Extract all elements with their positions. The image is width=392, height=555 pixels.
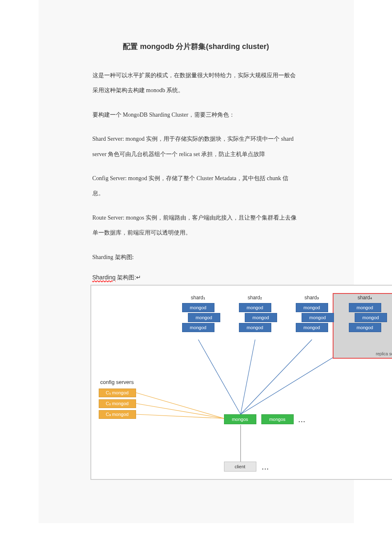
- shard-column-2: shard₂ mongod mongod mongod: [230, 295, 280, 333]
- shard-label: shard₄: [340, 295, 390, 301]
- svg-line-0: [198, 340, 241, 414]
- mongos-box: mongos: [224, 414, 256, 424]
- config-server-box: C₃ mongod: [99, 410, 136, 419]
- mongod-box: mongod: [349, 323, 381, 332]
- client-box: client: [224, 462, 256, 472]
- svg-line-1: [241, 340, 255, 414]
- config-servers-title: config servers: [100, 379, 134, 385]
- ellipsis-icon: ...: [299, 417, 306, 423]
- shard-column-1: shard₁ mongod mongod mongod: [173, 295, 223, 333]
- mongod-box: mongod: [245, 313, 277, 322]
- document-page: 配置 mongodb 分片群集(sharding cluster) 这是一种可以…: [39, 0, 354, 523]
- mongod-box: mongod: [296, 323, 328, 332]
- spellcheck-underline: Sharding: [93, 274, 116, 281]
- shard-label: shard₁: [173, 295, 223, 301]
- mongod-box: mongod: [188, 313, 220, 322]
- paragraph-shard-server: Shard Server: mongod 实例，用于存储实际的数据块，实际生产环…: [93, 132, 300, 162]
- shard-label: shard₃: [287, 295, 337, 301]
- mongod-box: mongod: [302, 313, 334, 322]
- mongod-box: mongod: [182, 323, 214, 332]
- svg-line-5: [136, 403, 224, 418]
- shard-column-3: shard₃ mongod mongod mongod: [287, 295, 337, 333]
- paragraph-diagram-label: Sharding 架构图:: [93, 250, 300, 265]
- paragraph-roles-intro: 要构建一个 MongoDB Sharding Cluster，需要三种角色：: [93, 108, 300, 122]
- ellipsis-icon: ...: [262, 464, 270, 471]
- paragraph-config-server: Config Server: mongod 实例，存储了整个 Cluster M…: [93, 171, 300, 201]
- mongod-box: mongod: [239, 323, 271, 332]
- architecture-diagram: replica set shard₁ mongod mongod mongod …: [90, 285, 392, 480]
- paragraph-route-server: Route Server: mongos 实例，前端路由，客户端由此接入，且让整…: [93, 210, 300, 241]
- paragraph-intro: 这是一种可以水平扩展的模式，在数据量很大时特给力，实际大规模应用一般会采用这种架…: [93, 68, 300, 98]
- replica-set-label: replica set: [376, 352, 392, 356]
- mongod-box: mongod: [355, 313, 387, 322]
- svg-line-2: [241, 340, 312, 414]
- config-server-box: C₁ mongod: [99, 389, 136, 397]
- mongod-box: mongod: [349, 303, 381, 312]
- diagram-caption: Sharding 架构图:↵: [93, 274, 300, 281]
- caption-rest: 架构图:↵: [117, 274, 141, 281]
- mongod-box: mongod: [239, 303, 271, 312]
- mongos-box: mongos: [261, 414, 294, 424]
- svg-line-6: [136, 414, 224, 418]
- shard-label: shard₂: [230, 295, 280, 301]
- mongod-box: mongod: [296, 303, 328, 312]
- svg-line-4: [136, 393, 224, 418]
- shard-column-4: shard₄ mongod mongod mongod: [340, 295, 390, 333]
- mongod-box: mongod: [182, 303, 214, 312]
- config-server-box: C₂ mongod: [99, 399, 136, 408]
- page-title: 配置 mongodb 分片群集(sharding cluster): [93, 42, 300, 51]
